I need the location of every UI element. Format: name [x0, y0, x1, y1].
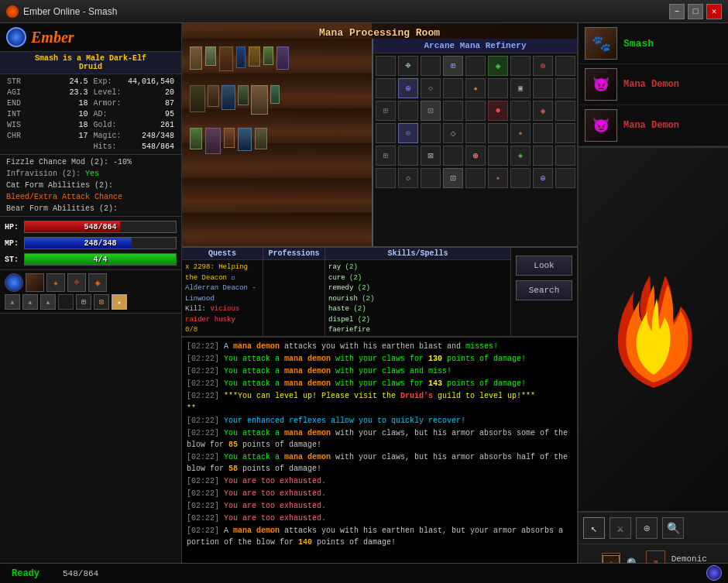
infravision-info: Infravision (2): Yes [6, 168, 175, 180]
cell-r3c1[interactable]: ⊞ [376, 101, 396, 121]
cell-r2c1[interactable] [376, 78, 396, 98]
minimize-button[interactable]: − [669, 4, 685, 19]
cell-r3c3[interactable]: ⊡ [421, 101, 441, 121]
app-icon [6, 5, 19, 18]
chat-log-entry: [02:22] You attack a mana demon with you… [187, 353, 572, 365]
cell-r6c6[interactable]: ✦ [488, 168, 508, 188]
quickslot-2[interactable] [26, 273, 44, 292]
cell-r4c5[interactable] [465, 123, 486, 143]
chat-log-entry: [02:22] A mana demon attacks you with hi… [187, 525, 572, 548]
stat-chr-value: 17 [78, 132, 88, 140]
cell-r4c2[interactable]: ⊙ [398, 123, 418, 143]
close-button[interactable]: ✕ [706, 4, 722, 19]
cell-r5c7[interactable]: ◈ [510, 146, 531, 166]
cell-r2c2[interactable]: ⊕ [398, 78, 418, 98]
quickslot-12[interactable]: ★ [112, 294, 127, 310]
magnify-tool[interactable]: ⊕ [636, 517, 658, 539]
cell-r1c8[interactable]: ⊛ [533, 56, 553, 76]
sword-tool[interactable]: ⚔ [610, 517, 631, 539]
app-logo-icon [6, 27, 26, 47]
st-bar: 4/4 [24, 253, 177, 266]
chat-log-entry: ** [187, 403, 572, 414]
app-logo-text: Ember [31, 29, 74, 46]
cell-r1c1[interactable] [376, 56, 396, 76]
stat-chr-label: CHR [7, 132, 21, 140]
cell-r2c6[interactable] [488, 78, 508, 98]
cursor-tool[interactable]: ↖ [583, 517, 605, 539]
cell-r3c9[interactable] [555, 101, 575, 121]
cell-r4c9[interactable] [555, 123, 575, 143]
cell-r4c4[interactable]: ◇ [443, 123, 463, 143]
cell-r2c4[interactable] [443, 78, 463, 98]
cell-r1c3[interactable] [421, 56, 441, 76]
cell-r6c3[interactable] [421, 168, 441, 188]
quests-header: Quests [182, 248, 263, 260]
tools-row-1: ↖ ⚔ ⊕ 🔍 [583, 517, 723, 539]
cell-r6c5[interactable] [465, 168, 486, 188]
bars-section: HP: 548/864 MP: 248/348 ST: 4/4 [0, 217, 181, 270]
cell-r1c5[interactable] [465, 56, 486, 76]
cell-r5c6[interactable] [488, 146, 508, 166]
cell-r5c5[interactable]: ⊛ [465, 146, 486, 166]
professions-header: Professions [263, 248, 325, 260]
hp-text: 548/864 [25, 221, 176, 233]
quest-kill-label: Kill: [185, 305, 206, 313]
cell-r2c8[interactable] [533, 78, 553, 98]
professions-content [263, 260, 325, 265]
cell-r4c1[interactable] [376, 123, 396, 143]
cell-r3c5[interactable] [465, 101, 486, 121]
cell-r3c2[interactable] [398, 101, 418, 121]
quickslot-6[interactable]: ▲ [5, 294, 20, 310]
quickslot-4[interactable]: ⌖ [67, 273, 86, 292]
stat-str-value: 24.5 [69, 77, 88, 86]
scene-title: Mana Processing Room [319, 27, 440, 39]
quest-progress: 0/8 [185, 325, 259, 336]
cell-r4c7[interactable]: ✦ [510, 123, 531, 143]
cell-r5c9[interactable] [555, 146, 575, 166]
cell-r3c7[interactable] [510, 101, 531, 121]
cell-r3c4[interactable] [443, 101, 463, 121]
professions-panel: Professions [263, 248, 325, 336]
cell-r4c6[interactable] [488, 123, 508, 143]
cell-r5c1[interactable]: ⊞ [376, 146, 396, 166]
cell-r2c5[interactable]: ✦ [465, 78, 486, 98]
cell-r1c9[interactable] [555, 56, 575, 76]
cell-r5c4[interactable] [443, 146, 463, 166]
zoom-tool[interactable]: 🔍 [662, 517, 684, 539]
maximize-button[interactable]: □ [688, 4, 703, 19]
quickslot-1[interactable] [5, 273, 23, 292]
cell-r5c3[interactable]: ⊠ [421, 146, 441, 166]
cell-r4c8[interactable] [533, 123, 553, 143]
cell-r6c1[interactable] [376, 168, 396, 188]
quickslot-10[interactable]: ⊞ [76, 294, 91, 310]
cell-r2c9[interactable] [555, 78, 575, 98]
cell-r5c8[interactable] [533, 146, 553, 166]
char-class: Druid [6, 63, 175, 71]
look-button[interactable]: Look [516, 255, 572, 276]
cell-r6c2[interactable]: ◇ [398, 168, 418, 188]
cell-r6c8[interactable]: ⊕ [533, 168, 553, 188]
quickslot-11[interactable]: ⊠ [94, 294, 109, 310]
cell-r6c9[interactable] [555, 168, 575, 188]
quickslot-8[interactable]: ▲ [40, 294, 56, 310]
cell-r1c7[interactable] [510, 56, 531, 76]
cell-r1c4[interactable]: ⊞ [443, 56, 463, 76]
cell-r1c6[interactable]: ◈ [488, 56, 508, 76]
quickslot-7[interactable]: ▲ [22, 294, 38, 310]
cell-r1c2[interactable]: ⌖ [398, 56, 418, 76]
cell-r6c7[interactable] [510, 168, 531, 188]
stat-agi-label: AGI [7, 88, 21, 97]
chat-log-entry: [02:22] A mana demon attacks you with hi… [187, 341, 572, 352]
cell-r2c3[interactable]: ◇ [421, 78, 441, 98]
cell-r6c4[interactable]: ⊡ [443, 168, 463, 188]
quest-count: x 2298: [185, 263, 215, 271]
quickslot-9[interactable] [58, 294, 74, 310]
cell-r3c8[interactable]: ◈ [533, 101, 553, 121]
quickslot-3[interactable]: ✦ [46, 273, 65, 292]
cell-r2c7[interactable]: ▣ [510, 78, 531, 98]
search-button[interactable]: Search [516, 280, 572, 300]
quickslot-5[interactable]: ◈ [88, 273, 107, 292]
cell-r4c3[interactable] [421, 123, 441, 143]
cell-r3c6[interactable]: ● [488, 101, 508, 121]
cell-r5c2[interactable] [398, 146, 418, 166]
